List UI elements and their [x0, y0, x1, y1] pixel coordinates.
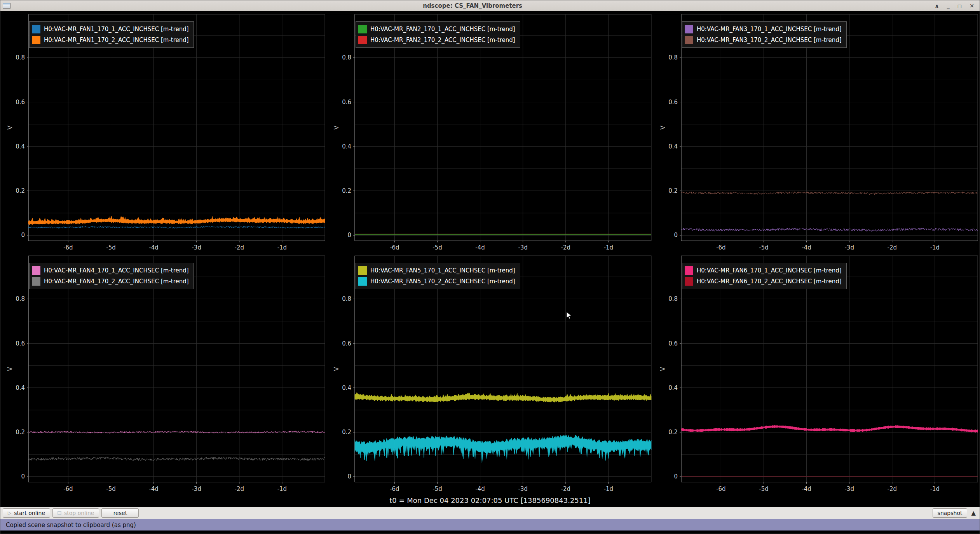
snapshot-button[interactable]: snapshot [933, 508, 968, 518]
legend-item: H0:VAC-MR_FAN2_170_2_ACC_INCHSEC [m-tren… [358, 35, 515, 45]
svg-text:0.8: 0.8 [342, 295, 351, 302]
svg-text:-3d: -3d [192, 244, 201, 251]
plot-panel-fan6[interactable]: 00.20.40.60.8-6d-5d-4d-3d-2d-1dV H0:VAC-… [653, 253, 980, 494]
svg-text:0: 0 [347, 232, 351, 239]
legend-label: H0:VAC-MR_FAN5_170_2_ACC_INCHSEC [m-tren… [370, 278, 515, 285]
legend-label: H0:VAC-MR_FAN2_170_1_ACC_INCHSEC [m-tren… [370, 26, 515, 33]
svg-text:0.6: 0.6 [342, 340, 351, 347]
start-online-button[interactable]: ▷ start online [3, 508, 50, 518]
svg-text:0.8: 0.8 [342, 54, 351, 61]
plot-legend[interactable]: H0:VAC-MR_FAN5_170_1_ACC_INCHSEC [m-tren… [356, 263, 520, 289]
svg-text:-6d: -6d [716, 244, 725, 251]
legend-item: H0:VAC-MR_FAN6_170_1_ACC_INCHSEC [m-tren… [685, 265, 842, 276]
svg-text:-1d: -1d [277, 244, 287, 251]
svg-text:0.2: 0.2 [342, 187, 351, 194]
svg-text:-4d: -4d [802, 244, 811, 251]
app-window: ndscope: CS_FAN_Vibrometers ∧ _ ◻ ✕ 00.2… [0, 0, 980, 534]
plot-panel-fan1[interactable]: 00.20.40.60.8-6d-5d-4d-3d-2d-1dV H0:VAC-… [0, 11, 327, 253]
title-bar[interactable]: ndscope: CS_FAN_Vibrometers ∧ _ ◻ ✕ [0, 0, 980, 11]
svg-text:V: V [7, 125, 14, 129]
reset-button[interactable]: reset [101, 508, 139, 518]
legend-label: H0:VAC-MR_FAN2_170_2_ACC_INCHSEC [m-tren… [370, 37, 515, 44]
plot-legend[interactable]: H0:VAC-MR_FAN2_170_1_ACC_INCHSEC [m-tren… [356, 21, 520, 48]
legend-swatch [685, 36, 693, 44]
legend-swatch [32, 277, 40, 286]
svg-text:-5d: -5d [759, 244, 768, 251]
svg-text:-5d: -5d [432, 485, 442, 492]
svg-text:0.6: 0.6 [668, 99, 678, 106]
svg-text:0.8: 0.8 [668, 54, 678, 61]
plot-legend[interactable]: H0:VAC-MR_FAN4_170_1_ACC_INCHSEC [m-tren… [29, 263, 194, 289]
svg-text:-2d: -2d [561, 244, 570, 251]
expand-up-icon[interactable]: ▲ [971, 510, 976, 517]
svg-text:-6d: -6d [390, 485, 399, 492]
play-icon: ▷ [8, 510, 11, 516]
svg-text:0.2: 0.2 [16, 187, 25, 194]
legend-item: H0:VAC-MR_FAN2_170_1_ACC_INCHSEC [m-tren… [358, 24, 515, 35]
svg-text:-2d: -2d [235, 485, 244, 492]
svg-text:-5d: -5d [106, 485, 115, 492]
toolbar: ▷ start online stop online reset snapsho… [0, 507, 980, 519]
legend-swatch [358, 36, 367, 44]
legend-label: H0:VAC-MR_FAN4_170_2_ACC_INCHSEC [m-tren… [44, 278, 189, 285]
close-icon[interactable]: ✕ [970, 3, 974, 9]
svg-text:-2d: -2d [888, 485, 897, 492]
plot-panel-fan4[interactable]: 00.20.40.60.8-6d-5d-4d-3d-2d-1dV H0:VAC-… [0, 253, 327, 494]
svg-text:0.6: 0.6 [342, 99, 351, 106]
svg-text:0: 0 [674, 473, 678, 480]
svg-text:0.8: 0.8 [668, 295, 678, 302]
t0-row: t0 = Mon Dec 04 2023 02:07:05 UTC [13856… [0, 494, 980, 507]
snapshot-label: snapshot [938, 510, 963, 516]
svg-text:0.2: 0.2 [342, 429, 351, 436]
svg-text:0.6: 0.6 [16, 340, 25, 347]
svg-text:0: 0 [347, 473, 351, 480]
legend-swatch [32, 36, 40, 44]
legend-item: H0:VAC-MR_FAN5_170_2_ACC_INCHSEC [m-tren… [358, 276, 515, 287]
svg-text:-3d: -3d [518, 485, 527, 492]
plot-panel-fan5[interactable]: 00.20.40.60.8-6d-5d-4d-3d-2d-1dV H0:VAC-… [327, 253, 653, 494]
svg-text:-6d: -6d [390, 244, 399, 251]
plot-grid: 00.20.40.60.8-6d-5d-4d-3d-2d-1dV H0:VAC-… [0, 11, 980, 494]
plot-legend[interactable]: H0:VAC-MR_FAN3_170_1_ACC_INCHSEC [m-tren… [682, 21, 847, 48]
svg-text:0.6: 0.6 [668, 340, 678, 347]
svg-text:0.4: 0.4 [342, 384, 351, 391]
plot-legend[interactable]: H0:VAC-MR_FAN6_170_1_ACC_INCHSEC [m-tren… [682, 263, 847, 289]
svg-text:-1d: -1d [930, 244, 940, 251]
svg-text:-4d: -4d [149, 485, 158, 492]
minimize-icon[interactable]: _ [947, 3, 950, 9]
svg-text:0.4: 0.4 [668, 143, 678, 150]
plot-panel-fan3[interactable]: 00.20.40.60.8-6d-5d-4d-3d-2d-1dV H0:VAC-… [653, 11, 980, 253]
legend-label: H0:VAC-MR_FAN3_170_1_ACC_INCHSEC [m-tren… [697, 26, 842, 33]
svg-text:0.4: 0.4 [342, 143, 351, 150]
legend-swatch [685, 25, 693, 33]
stop-online-button[interactable]: stop online [52, 508, 99, 518]
legend-item: H0:VAC-MR_FAN6_170_2_ACC_INCHSEC [m-tren… [685, 276, 842, 287]
svg-text:-5d: -5d [432, 244, 442, 251]
app-icon[interactable] [3, 3, 10, 9]
svg-text:-4d: -4d [149, 244, 158, 251]
svg-text:0.8: 0.8 [16, 295, 25, 302]
legend-label: H0:VAC-MR_FAN3_170_2_ACC_INCHSEC [m-tren… [697, 37, 842, 44]
svg-text:-3d: -3d [518, 244, 527, 251]
svg-text:0.4: 0.4 [16, 384, 25, 391]
legend-item: H0:VAC-MR_FAN3_170_2_ACC_INCHSEC [m-tren… [685, 35, 842, 45]
svg-text:-3d: -3d [844, 244, 854, 251]
maximize-icon[interactable]: ◻ [957, 3, 962, 9]
stop-online-label: stop online [64, 510, 94, 516]
legend-label: H0:VAC-MR_FAN6_170_2_ACC_INCHSEC [m-tren… [697, 278, 842, 285]
svg-text:0.2: 0.2 [668, 429, 678, 436]
svg-text:-5d: -5d [106, 244, 115, 251]
plot-panel-fan2[interactable]: 00.20.40.60.8-6d-5d-4d-3d-2d-1dV H0:VAC-… [327, 11, 653, 253]
plot-legend[interactable]: H0:VAC-MR_FAN1_170_1_ACC_INCHSEC [m-tren… [29, 21, 194, 48]
legend-item: H0:VAC-MR_FAN3_170_1_ACC_INCHSEC [m-tren… [685, 24, 842, 35]
svg-text:0.2: 0.2 [16, 429, 25, 436]
svg-text:-4d: -4d [802, 485, 811, 492]
svg-text:-1d: -1d [930, 485, 940, 492]
legend-item: H0:VAC-MR_FAN1_170_1_ACC_INCHSEC [m-tren… [32, 24, 189, 35]
reset-label: reset [113, 510, 127, 516]
svg-text:V: V [7, 366, 14, 371]
shade-icon[interactable]: ∧ [935, 3, 939, 9]
start-online-label: start online [14, 510, 45, 516]
svg-text:V: V [659, 125, 666, 129]
svg-text:-2d: -2d [235, 244, 244, 251]
